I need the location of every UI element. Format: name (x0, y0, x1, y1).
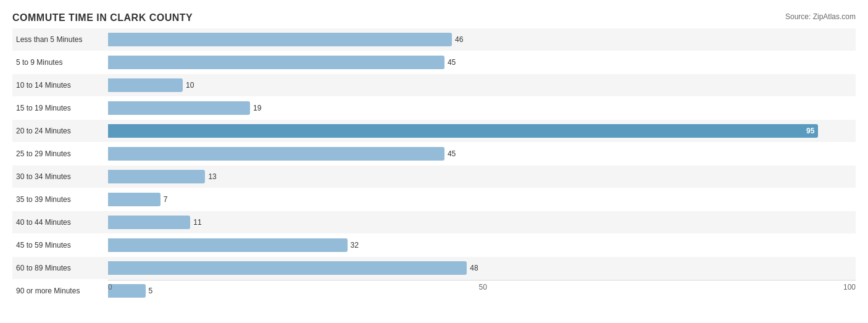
bar-track: 95 (108, 124, 856, 138)
x-axis-label: 0 (108, 283, 112, 292)
bar-label: 10 to 14 Minutes (12, 81, 108, 90)
bar-track: 13 (108, 170, 856, 183)
bar-row: 10 to 14 Minutes10 (12, 74, 856, 96)
bar-label: Less than 5 Minutes (12, 35, 108, 44)
bar-fill (108, 238, 348, 252)
bar-fill (108, 170, 205, 183)
chart-source: Source: ZipAtlas.com (785, 12, 856, 21)
bar-row: 25 to 29 Minutes45 (12, 143, 856, 165)
bar-fill (108, 216, 190, 229)
bar-label: 5 to 9 Minutes (12, 58, 108, 67)
bar-row: 20 to 24 Minutes95 (12, 120, 856, 142)
bar-row: 35 to 39 Minutes7 (12, 188, 856, 211)
bar-fill (108, 101, 250, 115)
x-axis-label: 100 (843, 283, 856, 292)
bar-value: 13 (208, 172, 216, 181)
bar-label: 60 to 89 Minutes (12, 264, 108, 272)
bar-value: 32 (351, 241, 359, 250)
bar-track: 45 (108, 147, 856, 161)
bar-fill (108, 147, 444, 161)
bar-value: 45 (448, 149, 456, 158)
bar-row: 45 to 59 Minutes32 (12, 234, 856, 256)
x-axis-label: 50 (479, 283, 487, 292)
bar-row: 40 to 44 Minutes11 (12, 211, 856, 233)
bar-fill (108, 78, 183, 92)
bar-label: 40 to 44 Minutes (12, 218, 108, 227)
bar-value: 10 (186, 81, 194, 90)
bar-fill (108, 56, 444, 69)
bar-value: 46 (455, 35, 463, 44)
bar-value: 95 (806, 127, 814, 135)
bar-fill: 95 (108, 124, 818, 138)
bar-row: 60 to 89 Minutes48 (12, 257, 856, 279)
bar-label: 20 to 24 Minutes (12, 127, 108, 135)
bar-value: 45 (448, 58, 456, 67)
bar-label: 45 to 59 Minutes (12, 241, 108, 250)
bar-value: 11 (193, 218, 201, 227)
bars-area: Less than 5 Minutes465 to 9 Minutes4510 … (12, 28, 856, 277)
bar-label: 25 to 29 Minutes (12, 149, 108, 158)
bar-fill (108, 193, 161, 206)
bar-track: 19 (108, 101, 856, 115)
bar-fill (108, 261, 467, 275)
chart-title: COMMUTE TIME IN CLARK COUNTY (12, 12, 856, 23)
bar-track: 48 (108, 261, 856, 275)
bar-label: 35 to 39 Minutes (12, 195, 108, 204)
bar-track: 46 (108, 33, 856, 46)
bar-value: 48 (470, 264, 478, 272)
bar-fill (108, 33, 452, 46)
bar-value: 19 (253, 104, 261, 112)
bar-row: 30 to 34 Minutes13 (12, 166, 856, 188)
bar-track: 45 (108, 56, 856, 69)
bar-track: 7 (108, 193, 856, 206)
bar-track: 11 (108, 216, 856, 229)
chart-container: COMMUTE TIME IN CLARK COUNTY Source: Zip… (0, 0, 868, 323)
bar-label: 30 to 34 Minutes (12, 172, 108, 181)
bar-row: 5 to 9 Minutes45 (12, 51, 856, 73)
bar-value: 7 (164, 195, 168, 204)
bar-row: 15 to 19 Minutes19 (12, 97, 856, 119)
x-axis: 050100 (108, 280, 856, 292)
bar-track: 32 (108, 238, 856, 252)
bar-row: Less than 5 Minutes46 (12, 28, 856, 51)
bar-label: 15 to 19 Minutes (12, 104, 108, 112)
bar-label: 90 or more Minutes (12, 287, 108, 295)
bar-track: 10 (108, 78, 856, 92)
